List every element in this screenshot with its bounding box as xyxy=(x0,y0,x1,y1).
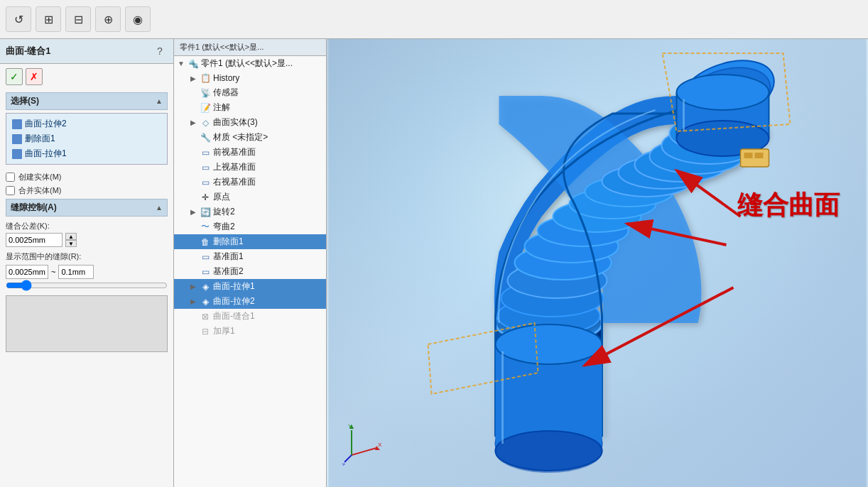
tree-label-surface-knit1: 曲面-缝合1 xyxy=(213,310,255,322)
tree-icon-origin: ✛ xyxy=(200,192,211,203)
selection-list: 曲面-拉伸2 删除面1 曲面-拉伸1 xyxy=(6,113,168,165)
tree-item-material[interactable]: 🔧 材质 <未指定> xyxy=(174,130,326,145)
tree-item-datum-plane2[interactable]: ▭ 基准面2 xyxy=(174,264,326,279)
sel-icon-0 xyxy=(12,119,22,129)
tree-label-right-plane: 右视基准面 xyxy=(213,176,256,188)
tree-item-origin[interactable]: ✛ 原点 xyxy=(174,190,326,204)
tree-label-history: History xyxy=(213,73,239,83)
create-solid-checkbox[interactable] xyxy=(6,173,15,182)
gap-control-section: 缝隙控制(A) ▲ 缝合公差(K): ▲ ▼ 显示范围中的缝隙(R): ~ xyxy=(6,199,168,352)
top-tube xyxy=(677,75,769,156)
tree-label-sensors: 传感器 xyxy=(213,87,239,99)
tree-label-annotations: 注解 xyxy=(213,102,230,114)
range-row: ~ xyxy=(6,265,168,279)
gap-tolerance-down[interactable]: ▼ xyxy=(65,240,77,247)
tree-icon-thicken1: ⊟ xyxy=(200,326,211,337)
tree-icon-annotations: 📝 xyxy=(200,102,211,114)
help-button[interactable]: ? xyxy=(152,43,168,59)
tree-icon-datum-plane1: ▭ xyxy=(200,251,211,263)
tree-item-surface-knit1[interactable]: ⊠ 曲面-缝合1 xyxy=(174,309,326,324)
toolbar-btn-grid[interactable]: ⊞ xyxy=(36,6,61,32)
tree-panel: 零件1 (默认<<默认>显... ▼ 🔩 零件1 (默认<<默认>显... ▶ … xyxy=(174,39,327,487)
tree-label-front-plane: 前视基准面 xyxy=(213,146,256,158)
merge-solid-checkbox[interactable] xyxy=(6,186,15,195)
svg-rect-31 xyxy=(755,153,764,158)
tree-item-datum-plane1[interactable]: ▭ 基准面1 xyxy=(174,249,326,264)
selection-item-1[interactable]: 删除面1 xyxy=(9,131,164,146)
tree-expand-surface-extrude1: ▶ xyxy=(189,283,197,290)
svg-point-26 xyxy=(496,431,602,471)
preview-box xyxy=(6,295,168,352)
tree-label-surface-extrude1: 曲面-拉伸1 xyxy=(213,280,255,292)
tree-item-front-plane[interactable]: ▭ 前视基准面 xyxy=(174,145,326,160)
selection-section-label: 选择(S) xyxy=(11,95,39,107)
tree-header: 零件1 (默认<<默认>显... xyxy=(174,39,326,56)
tree-item-annotations[interactable]: 📝 注解 xyxy=(174,100,326,115)
tree-item-thicken1[interactable]: ⊟ 加厚1 xyxy=(174,324,326,339)
display-range-label: 显示范围中的缝隙(R): xyxy=(6,251,168,262)
tree-label-surface-extrude2: 曲面-拉伸2 xyxy=(213,295,255,307)
bottom-tube xyxy=(496,324,602,471)
range-max-input[interactable] xyxy=(58,265,94,279)
svg-point-23 xyxy=(677,75,769,110)
toolbar-btn-layout[interactable]: ⊟ xyxy=(65,6,91,32)
range-min-input[interactable] xyxy=(6,265,48,279)
gap-tolerance-input[interactable] xyxy=(6,233,63,247)
tree-icon-top-plane: ▭ xyxy=(200,162,211,173)
tree-expand-history: ▶ xyxy=(189,75,197,82)
tree-item-top-plane[interactable]: ▭ 上视基准面 xyxy=(174,160,326,175)
tree-label-revolve2: 旋转2 xyxy=(213,206,235,218)
ok-button[interactable]: ✓ xyxy=(6,68,23,85)
svg-text:Y: Y xyxy=(348,423,352,429)
gap-section-toggle: ▲ xyxy=(156,204,163,212)
tree-root-expand: ▼ xyxy=(177,60,185,67)
gap-tolerance-label: 缝合公差(K): xyxy=(6,221,168,231)
cancel-button[interactable]: ✗ xyxy=(26,68,43,85)
merge-solid-label: 合并实体(M) xyxy=(18,185,62,196)
tree-item-surface-extrude1[interactable]: ▶ ◈ 曲面-拉伸1 xyxy=(174,279,326,294)
toolbar-btn-display[interactable]: ◉ xyxy=(125,6,151,32)
tree-icon-datum-plane2: ▭ xyxy=(200,266,211,278)
gap-section-header[interactable]: 缝隙控制(A) ▲ xyxy=(6,199,168,217)
svg-text:X: X xyxy=(378,442,382,448)
tree-root[interactable]: ▼ 🔩 零件1 (默认<<默认>显... xyxy=(174,56,326,71)
tree-icon-history: 📋 xyxy=(200,72,211,84)
tree-item-sensors[interactable]: 📡 传感器 xyxy=(174,85,326,100)
model-svg xyxy=(327,39,868,487)
annotation-text: 缝合曲面 xyxy=(737,188,840,223)
tree-item-delete-face1[interactable]: 🗑 删除面1 xyxy=(174,234,326,249)
range-slider[interactable] xyxy=(6,282,168,289)
gap-tolerance-spinners: ▲ ▼ xyxy=(65,233,77,247)
tree-label-material: 材质 <未指定> xyxy=(213,131,268,143)
toolbar-btn-add[interactable]: ⊕ xyxy=(95,6,121,32)
tree-icon-bend2: 〜 xyxy=(200,221,211,233)
gap-tolerance-up[interactable]: ▲ xyxy=(65,233,77,240)
left-panel: 曲面-缝合1 ? ✓ ✗ 选择(S) ▲ 曲面-拉伸2 xyxy=(0,39,174,487)
tree-icon-surface-body: ◇ xyxy=(200,117,211,128)
top-toolbar: ↺ ⊞ ⊟ ⊕ ◉ xyxy=(0,0,868,39)
tree-icon-delete-face1: 🗑 xyxy=(200,236,211,248)
tree-item-revolve2[interactable]: ▶ 🔄 旋转2 xyxy=(174,204,326,219)
tree-item-surface-extrude2[interactable]: ▶ ◈ 曲面-拉伸2 xyxy=(174,294,326,309)
svg-line-42 xyxy=(345,455,352,462)
selection-section-header[interactable]: 选择(S) ▲ xyxy=(6,92,168,110)
panel-body: ✓ ✗ 选择(S) ▲ 曲面-拉伸2 删除面1 xyxy=(0,64,173,487)
toolbar-btn-undo[interactable]: ↺ xyxy=(6,6,31,32)
tree-item-right-plane[interactable]: ▭ 右视基准面 xyxy=(174,175,326,190)
tree-label-surface-body: 曲面实体(3) xyxy=(213,116,258,128)
confirm-buttons: ✓ ✗ xyxy=(6,68,168,85)
tree-item-bend2[interactable]: 〜 弯曲2 xyxy=(174,219,326,234)
tree-icon-surface-knit1: ⊠ xyxy=(200,311,211,322)
tree-label-datum-plane2: 基准面2 xyxy=(213,266,244,278)
gap-tolerance-row: ▲ ▼ xyxy=(6,233,168,247)
tree-icon-revolve2: 🔄 xyxy=(200,207,211,218)
sel-item-label-2: 曲面-拉伸1 xyxy=(25,148,67,160)
selection-item-0[interactable]: 曲面-拉伸2 xyxy=(9,116,164,131)
tree-item-history[interactable]: ▶ 📋 History xyxy=(174,71,326,85)
selection-item-2[interactable]: 曲面-拉伸1 xyxy=(9,146,164,161)
svg-point-25 xyxy=(496,324,602,364)
tree-item-surface-body[interactable]: ▶ ◇ 曲面实体(3) xyxy=(174,115,326,130)
tree-label-datum-plane1: 基准面1 xyxy=(213,251,244,263)
tree-label-top-plane: 上视基准面 xyxy=(213,161,256,173)
viewport: 缝合曲面 X Y Z xyxy=(327,39,868,487)
